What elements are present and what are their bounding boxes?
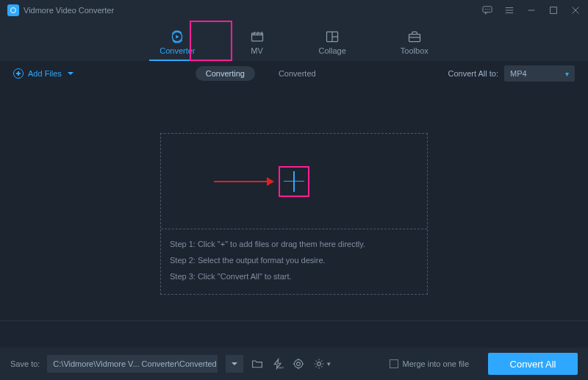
app-title: Vidmore Video Converter <box>24 6 114 15</box>
tab-toolbox[interactable]: Toolbox <box>395 21 434 61</box>
instruction-steps: Step 1: Click "+" to add files or drag t… <box>161 229 427 293</box>
maximize-button[interactable] <box>548 5 559 15</box>
app-logo-icon <box>7 4 19 16</box>
tab-collage[interactable]: Collage <box>313 21 352 61</box>
content-area: Step 1: Click "+" to add files or drag t… <box>0 86 588 333</box>
converter-icon <box>170 29 184 44</box>
svg-rect-20 <box>409 35 420 42</box>
tab-label: Collage <box>319 46 346 55</box>
add-files-button[interactable]: Add Files <box>13 68 74 79</box>
svg-rect-8 <box>551 7 557 14</box>
divider <box>0 320 588 321</box>
chevron-down-icon: ▾ <box>327 360 331 368</box>
chevron-down-icon <box>232 362 237 365</box>
output-format-select[interactable]: MP4 ▾ <box>504 65 575 82</box>
collage-icon <box>325 29 340 44</box>
annotation-arrow-icon <box>214 179 274 184</box>
svg-point-29 <box>318 362 321 366</box>
merge-checkbox[interactable]: Merge into one file <box>390 359 470 368</box>
step-text: Step 2: Select the output format you des… <box>170 253 418 268</box>
convert-all-to-label: Convert All to: <box>448 69 498 78</box>
sub-tab-bar: Converting Converted <box>196 66 326 81</box>
step-text: Step 1: Click "+" to add files or drag t… <box>170 237 418 251</box>
subtab-converted[interactable]: Converted <box>268 66 326 81</box>
svg-point-1 <box>485 9 486 10</box>
feedback-icon[interactable] <box>482 5 492 15</box>
close-button[interactable] <box>570 5 581 15</box>
svg-point-23 <box>295 359 303 368</box>
open-folder-button[interactable] <box>251 357 264 370</box>
file-dropzone[interactable]: Step 1: Click "+" to add files or drag t… <box>160 133 428 295</box>
title-bar: Vidmore Video Converter <box>0 0 588 21</box>
convert-all-to: Convert All to: MP4 ▾ <box>448 65 575 82</box>
high-speed-button[interactable] <box>292 357 305 370</box>
tab-mv[interactable]: MV <box>244 21 270 61</box>
mv-icon <box>250 29 265 44</box>
tab-label: Toolbox <box>401 46 429 55</box>
tab-label: MV <box>251 46 263 55</box>
svg-text:OFF: OFF <box>278 366 284 370</box>
tab-converter[interactable]: Converter <box>154 21 201 61</box>
menu-icon[interactable] <box>504 5 514 15</box>
toolbar: Add Files Converting Converted Convert A… <box>0 61 588 86</box>
svg-point-24 <box>297 362 301 366</box>
minimize-button[interactable] <box>526 5 537 15</box>
svg-point-3 <box>489 9 490 10</box>
tab-label: Converter <box>159 46 195 55</box>
chevron-down-icon <box>68 72 74 75</box>
save-path-field[interactable]: C:\Vidmore\Vidmore V... Converter\Conver… <box>47 355 218 373</box>
main-tab-bar: Converter MV Collage Toolbox <box>0 21 588 61</box>
plus-circle-icon <box>13 68 24 79</box>
hw-accel-button[interactable]: OFF <box>271 357 284 370</box>
convert-all-button[interactable]: Convert All <box>488 353 578 375</box>
save-to-label: Save to: <box>10 359 40 368</box>
save-path-dropdown[interactable] <box>226 355 243 373</box>
add-files-label: Add Files <box>28 69 62 78</box>
dropzone-top <box>161 134 427 229</box>
toolbox-icon <box>407 29 422 44</box>
format-value: MP4 <box>510 69 527 78</box>
add-file-plus-button[interactable] <box>279 166 309 197</box>
checkbox-box-icon <box>390 359 398 368</box>
merge-label: Merge into one file <box>403 359 470 368</box>
subtab-converting[interactable]: Converting <box>196 66 255 81</box>
chevron-down-icon: ▾ <box>565 70 569 78</box>
footer-bar: Save to: C:\Vidmore\Vidmore V... Convert… <box>0 348 588 380</box>
svg-point-2 <box>487 9 487 10</box>
settings-button[interactable] <box>312 357 326 370</box>
step-text: Step 3: Click "Convert All" to start. <box>170 269 418 284</box>
